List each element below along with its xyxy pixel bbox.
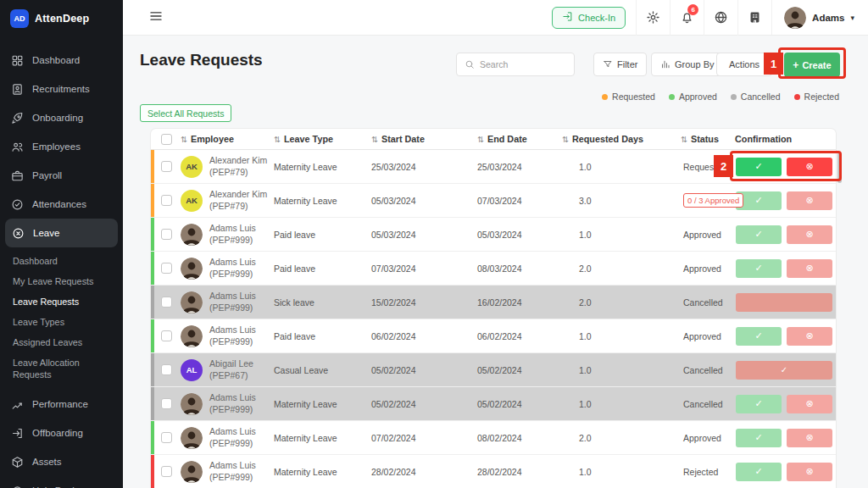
column-header-requested-days[interactable]: ⇅Requested Days	[559, 134, 678, 144]
employee-name: Adams Luis(PEP#999)	[209, 392, 256, 415]
employee-cell: Adams Luis(PEP#999)	[178, 460, 271, 483]
sidebar-item-employees[interactable]: Employees	[0, 132, 123, 161]
filter-button[interactable]: Filter	[593, 53, 647, 76]
confirmation-cell: ✓⊗	[732, 191, 835, 210]
leave-type-cell: Paid leave	[271, 230, 369, 240]
sidebar-item-performance[interactable]: Performance	[0, 390, 123, 419]
sidebar-item-dashboard[interactable]: Dashboard	[0, 46, 123, 75]
language-button[interactable]	[704, 0, 737, 36]
leave-type-cell: Maternity Leave	[271, 467, 369, 477]
sidebar-item-assets[interactable]: Assets	[0, 447, 123, 476]
approve-button[interactable]: ✓	[736, 158, 782, 176]
actions-button[interactable]: Actions	[716, 53, 772, 76]
reject-button[interactable]: ⊗	[787, 158, 832, 176]
reject-button[interactable]: ⊗	[787, 429, 832, 447]
row-checkbox-cell	[154, 319, 178, 352]
sort-icon: ⇅	[562, 135, 569, 144]
search-input[interactable]	[480, 59, 566, 69]
check-in-button[interactable]: Check-In	[552, 7, 626, 29]
sidebar-item-payroll[interactable]: Payroll	[0, 161, 123, 190]
group-by-button[interactable]: Group By	[651, 53, 723, 76]
row-checkbox[interactable]	[161, 364, 172, 375]
app-logo[interactable]: AD AttenDeep	[0, 0, 123, 37]
row-checkbox[interactable]	[161, 195, 172, 206]
column-label: End Date	[487, 134, 527, 144]
sidebar-item-offboarding[interactable]: Offboarding	[0, 419, 123, 447]
sidebar-subitem-leave-allocation-requests[interactable]: Leave Allocation Requests	[0, 352, 123, 385]
employee-name: Adams Luis(PEP#999)	[209, 324, 256, 347]
bar-chart-icon	[660, 59, 670, 69]
actions-label: Actions	[729, 59, 760, 69]
sidebar-subitem-leave-requests[interactable]: Leave Requests	[0, 291, 123, 312]
column-header-end-date[interactable]: ⇅End Date	[475, 134, 559, 144]
create-button[interactable]: + Create	[784, 53, 840, 77]
approve-button[interactable]: ✓	[736, 463, 782, 481]
reject-button[interactable]: ⊗	[787, 225, 832, 244]
confirmation-bar[interactable]	[736, 293, 832, 312]
end-date-cell: 25/03/2024	[475, 162, 559, 172]
row-checkbox[interactable]	[161, 263, 172, 274]
sidebar-item-attendances[interactable]: Attendances	[0, 190, 123, 219]
sidebar-item-label: Assets	[32, 457, 62, 467]
employee-cell: Adams Luis(PEP#999)	[178, 426, 271, 449]
reject-button[interactable]: ⊗	[787, 191, 832, 210]
employee-cell: Adams Luis(PEP#999)	[178, 392, 271, 415]
requested-days-cell: 2.0	[559, 263, 678, 274]
column-header-employee[interactable]: ⇅Employee	[178, 134, 271, 144]
confirmation-bar[interactable]: ✓	[736, 361, 832, 380]
column-header-confirmation[interactable]: Confirmation	[732, 134, 835, 144]
column-header-start-date[interactable]: ⇅Start Date	[369, 134, 475, 144]
select-all-checkbox[interactable]	[161, 134, 172, 145]
sidebar-subitem-leave-types[interactable]: Leave Types	[0, 312, 123, 332]
requested-days-cell: 1.0	[559, 467, 678, 477]
sidebar-item-onboarding[interactable]: Onboarding	[0, 103, 123, 132]
row-checkbox-cell	[154, 353, 178, 386]
row-checkbox[interactable]	[161, 297, 172, 308]
status-cell: Approved	[678, 331, 732, 341]
approve-button[interactable]: ✓	[736, 225, 782, 244]
sidebar-item-leave[interactable]: Leave	[5, 219, 118, 247]
approve-button[interactable]: ✓	[736, 327, 782, 346]
employee-name: Adams Luis(PEP#999)	[209, 291, 256, 313]
scrollbar-thumb[interactable]	[837, 152, 842, 183]
table-row: Adams Luis(PEP#999)Maternity Leave28/02/…	[151, 455, 836, 488]
sidebar-subitem-assigned-leaves[interactable]: Assigned Leaves	[0, 332, 123, 352]
employee-id: (PEP#79)	[209, 167, 267, 179]
reject-button[interactable]: ⊗	[787, 327, 832, 346]
sidebar-item-help-desk[interactable]: Help Desk	[0, 476, 123, 488]
reject-button[interactable]: ⊗	[787, 463, 832, 481]
approve-button[interactable]: ✓	[736, 429, 782, 447]
row-checkbox[interactable]	[161, 330, 172, 341]
column-header-leave-type[interactable]: ⇅Leave Type	[271, 134, 369, 144]
row-checkbox-cell	[154, 184, 178, 217]
row-checkbox[interactable]	[161, 229, 172, 240]
user-menu[interactable]: Adams ▾	[771, 0, 868, 35]
row-checkbox[interactable]	[161, 432, 172, 443]
reject-button[interactable]: ⊗	[787, 395, 832, 413]
column-header-status[interactable]: ⇅Status	[678, 134, 732, 144]
sidebar-subitem-dashboard[interactable]: Dashboard	[0, 251, 123, 271]
legend-label: Requested	[612, 92, 655, 102]
table-row: Adams Luis(PEP#999)Sick leave15/02/20241…	[151, 286, 836, 319]
company-button[interactable]	[737, 0, 771, 36]
select-all-requests-button[interactable]: Select All Requests	[140, 104, 231, 122]
column-label: Leave Type	[284, 134, 333, 144]
row-checkbox[interactable]	[161, 161, 172, 172]
sidebar-item-recruitments[interactable]: Recruitments	[0, 75, 123, 103]
settings-button[interactable]	[636, 0, 670, 36]
status-cell: Cancelled	[678, 297, 732, 308]
row-checkbox-cell	[154, 252, 178, 285]
user-name: Adams	[812, 13, 844, 23]
employee-name-line: Alexander Kim	[209, 155, 267, 167]
app-screen: AD AttenDeep DashboardRecruitmentsOnboar…	[0, 0, 868, 488]
approve-button[interactable]: ✓	[736, 259, 782, 278]
menu-toggle-button[interactable]	[148, 8, 164, 27]
x-circle-icon	[12, 227, 25, 240]
approve-button[interactable]: ✓	[736, 395, 782, 413]
sidebar-subitem-my-leave-requests[interactable]: My Leave Requests	[0, 271, 123, 291]
row-checkbox[interactable]	[161, 398, 172, 409]
row-checkbox[interactable]	[161, 466, 172, 477]
rocket-icon	[11, 112, 24, 125]
notifications-button[interactable]: 6	[670, 0, 704, 36]
reject-button[interactable]: ⊗	[787, 259, 832, 278]
